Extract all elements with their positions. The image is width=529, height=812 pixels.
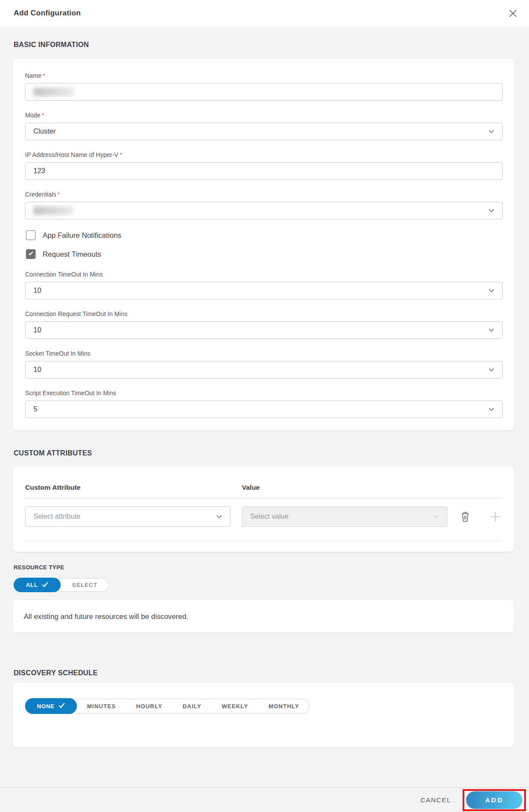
- script-timeout-value: 5: [33, 405, 37, 413]
- modal-body: BASIC INFORMATION Name* Mode* Cluster IP…: [0, 26, 529, 747]
- resource-type-heading: RESOURCE TYPE: [13, 563, 514, 572]
- connection-timeout-field-group: Connection TimeOut In Mins 10: [25, 271, 503, 299]
- script-timeout-select[interactable]: 5: [25, 401, 503, 418]
- discovery-schedule-toggle: NONE MINUTES HOURLY DAILY WEEKLY MONTHLY: [25, 699, 310, 714]
- mode-label: Mode*: [25, 112, 503, 119]
- request-timeouts-label: Request Timeouts: [43, 250, 101, 259]
- redacted-value: [33, 87, 74, 96]
- ip-field-group: IP Address/Host Name of Hyper-V* 123: [25, 151, 503, 180]
- discovery-schedule-card: NONE MINUTES HOURLY DAILY WEEKLY MONTHLY: [13, 683, 514, 747]
- app-failure-notifications-row: App Failure Notifications: [26, 230, 503, 240]
- app-failure-notifications-label: App Failure Notifications: [43, 231, 121, 240]
- attribute-select-placeholder: Select attribute: [33, 513, 80, 521]
- chevron-down-icon: [488, 406, 495, 413]
- plus-icon: [489, 517, 501, 524]
- page-title: Add Configuration: [14, 9, 81, 18]
- attribute-select[interactable]: Select attribute: [25, 506, 230, 527]
- chevron-down-icon: [488, 366, 495, 374]
- add-row-button[interactable]: [488, 509, 503, 524]
- footer: CANCEL ADD: [0, 787, 529, 812]
- delete-row-button[interactable]: [459, 510, 472, 524]
- custom-attributes-card: Custom Attribute Value Select attribute …: [13, 466, 514, 552]
- connection-request-timeout-label: Connection Request TimeOut In Mins: [25, 310, 503, 317]
- schedule-option-minutes[interactable]: MINUTES: [77, 699, 126, 714]
- custom-attributes-header-row: Custom Attribute Value: [25, 483, 501, 492]
- app-failure-notifications-checkbox[interactable]: [26, 230, 36, 240]
- check-icon: [58, 703, 65, 710]
- schedule-option-monthly[interactable]: MONTHLY: [258, 699, 309, 714]
- value-select-placeholder: Select value: [250, 513, 288, 521]
- request-timeouts-checkbox[interactable]: [26, 249, 36, 259]
- connection-request-timeout-select[interactable]: 10: [25, 321, 503, 339]
- check-icon: [42, 582, 48, 589]
- name-field-group: Name*: [25, 72, 503, 101]
- name-label: Name*: [25, 72, 503, 79]
- socket-timeout-select[interactable]: 10: [25, 361, 503, 379]
- ip-input[interactable]: 123: [25, 162, 503, 180]
- custom-attribute-column-header: Custom Attribute: [25, 483, 242, 492]
- chevron-down-icon: [488, 327, 495, 334]
- request-timeouts-row: Request Timeouts: [26, 249, 503, 259]
- basic-information-heading: BASIC INFORMATION: [13, 40, 514, 49]
- custom-attribute-row: Select attribute Select value: [25, 499, 501, 535]
- socket-timeout-label: Socket TimeOut In Mins: [25, 350, 503, 357]
- socket-timeout-value: 10: [33, 366, 41, 374]
- script-timeout-label: Script Execution TimeOut In Mins: [25, 390, 503, 397]
- chevron-down-icon: [488, 128, 495, 135]
- trash-icon: [460, 517, 470, 524]
- connection-timeout-label: Connection TimeOut In Mins: [25, 271, 503, 278]
- name-input[interactable]: [25, 83, 503, 101]
- schedule-option-hourly[interactable]: HOURLY: [126, 699, 172, 714]
- check-icon: [28, 250, 34, 258]
- required-asterisk: *: [58, 191, 60, 198]
- redacted-value: [33, 206, 74, 215]
- connection-timeout-select[interactable]: 10: [25, 282, 503, 299]
- chevron-down-icon: [488, 287, 495, 295]
- connection-request-timeout-field-group: Connection Request TimeOut In Mins 10: [25, 310, 503, 339]
- value-select[interactable]: Select value: [242, 506, 447, 527]
- ip-label: IP Address/Host Name of Hyper-V*: [25, 151, 503, 158]
- resource-type-description: All existing and future resources will b…: [24, 612, 188, 621]
- modal-header: Add Configuration: [0, 0, 529, 26]
- value-column-header: Value: [242, 483, 260, 492]
- discovery-schedule-heading: DISCOVERY SCHEDULE: [13, 669, 514, 677]
- credentials-field-group: Credentials*: [25, 191, 503, 219]
- required-asterisk: *: [120, 151, 122, 158]
- credentials-label: Credentials*: [25, 191, 503, 198]
- socket-timeout-field-group: Socket TimeOut In Mins 10: [25, 350, 503, 379]
- mode-field-group: Mode* Cluster: [25, 112, 503, 140]
- red-annotation-highlight: ADD: [463, 789, 526, 811]
- resource-type-all-option[interactable]: ALL: [14, 578, 61, 592]
- schedule-option-none[interactable]: NONE: [25, 698, 77, 714]
- connection-timeout-value: 10: [33, 287, 41, 295]
- close-button[interactable]: [507, 7, 519, 20]
- mode-select[interactable]: Cluster: [25, 123, 503, 140]
- credentials-select[interactable]: [25, 202, 503, 219]
- required-asterisk: *: [43, 72, 45, 79]
- resource-type-select-option[interactable]: SELECT: [61, 578, 109, 592]
- basic-information-card: Name* Mode* Cluster IP Address/Host Name…: [13, 59, 514, 430]
- cancel-button[interactable]: CANCEL: [416, 793, 456, 807]
- connection-request-timeout-value: 10: [33, 326, 41, 334]
- mode-selected-value: Cluster: [33, 127, 56, 135]
- ip-value: 123: [33, 167, 45, 175]
- resource-type-toggle: ALL SELECT: [14, 578, 109, 592]
- custom-attributes-heading: CUSTOM ATTRIBUTES: [13, 449, 514, 458]
- schedule-option-weekly[interactable]: WEEKLY: [212, 699, 258, 714]
- required-asterisk: *: [42, 112, 44, 119]
- schedule-option-daily[interactable]: DAILY: [172, 699, 212, 714]
- chevron-down-icon: [488, 207, 495, 215]
- divider: [25, 541, 501, 541]
- chevron-down-icon: [215, 513, 223, 521]
- chevron-down-icon: [432, 513, 440, 521]
- script-timeout-field-group: Script Execution TimeOut In Mins 5: [25, 390, 503, 418]
- add-button[interactable]: ADD: [466, 791, 522, 809]
- close-icon: [508, 13, 518, 19]
- resource-type-card: All existing and future resources will b…: [13, 600, 514, 633]
